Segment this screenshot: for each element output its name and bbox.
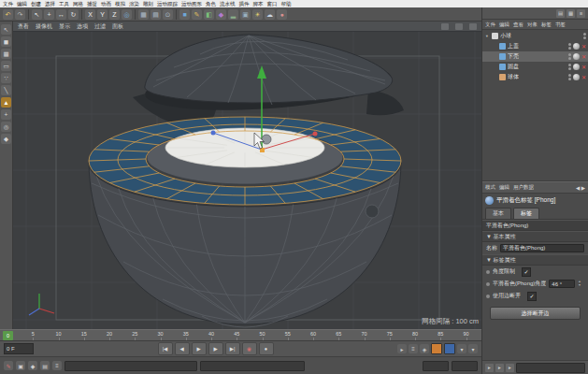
polygons-mode-icon[interactable]: ▲ bbox=[1, 97, 11, 108]
render-region-icon[interactable]: ▾ bbox=[468, 344, 478, 353]
anim-dot-icon[interactable] bbox=[486, 270, 490, 274]
play-button[interactable]: ▶ bbox=[192, 342, 207, 355]
menubar-item[interactable]: 模拟 bbox=[115, 1, 125, 7]
timeline-ruler[interactable]: 0 51015202530354045505560657075808590 bbox=[0, 329, 481, 341]
add-cube-icon[interactable]: ■ bbox=[179, 9, 190, 20]
status-field-left[interactable] bbox=[65, 361, 197, 371]
points-mode-icon[interactable]: ∵ bbox=[1, 73, 11, 83]
viewport-menu-item[interactable]: 查看 bbox=[18, 22, 29, 31]
menubar-item[interactable]: 插件 bbox=[239, 1, 250, 7]
object-tree-item[interactable]: 上盖✕ bbox=[482, 41, 588, 51]
timeline-tick[interactable]: 15 bbox=[81, 331, 87, 337]
rotate-tool-icon[interactable]: ↻ bbox=[68, 9, 79, 20]
menubar-item[interactable]: 流水线 bbox=[220, 1, 236, 7]
object-menu-item[interactable]: 标签 bbox=[541, 22, 552, 28]
undo-icon[interactable]: ↶ bbox=[3, 9, 13, 20]
editor-visibility-dot[interactable] bbox=[568, 53, 571, 56]
add-spline-icon[interactable]: ✎ bbox=[192, 9, 202, 20]
name-input[interactable]: 平滑着色(Phong) bbox=[500, 244, 584, 252]
object-menu-item[interactable]: 文件 bbox=[485, 22, 495, 28]
object-tree-item[interactable]: 圆盘✕ bbox=[482, 62, 588, 72]
timeline-tick[interactable]: 65 bbox=[336, 331, 341, 337]
scale-tool-icon[interactable]: ↔ bbox=[56, 9, 66, 20]
timeline-tick[interactable]: 40 bbox=[208, 331, 214, 337]
tag-properties-group[interactable]: ▼ 标签属性 bbox=[482, 254, 588, 266]
menubar-item[interactable]: 创建 bbox=[31, 1, 41, 7]
menubar-item[interactable]: 编辑 bbox=[17, 1, 27, 7]
render-view-icon[interactable]: ▦ bbox=[138, 9, 149, 20]
object-tree-item[interactable]: 球体✕ bbox=[482, 72, 588, 82]
viewport-solo-icon[interactable]: ◎ bbox=[1, 122, 11, 132]
panel-settings-icon[interactable]: ≡ bbox=[577, 9, 585, 18]
timeline-tick[interactable]: 70 bbox=[361, 331, 366, 337]
basic-properties-group[interactable]: ▼ 基本属性 bbox=[482, 231, 588, 242]
workplane-mode-icon[interactable]: ▭ bbox=[1, 61, 11, 71]
live-selection-icon[interactable]: ↖ bbox=[1, 24, 11, 35]
viewport-canvas[interactable]: 网格间隔 : 100 cm bbox=[13, 32, 481, 329]
z-axis-lock-icon[interactable]: Z bbox=[109, 9, 120, 20]
footer-field[interactable] bbox=[516, 363, 585, 373]
magnet-icon[interactable]: ◈ bbox=[420, 344, 429, 353]
viewport-menu-item[interactable]: 选项 bbox=[77, 22, 88, 31]
timeline-tick[interactable]: 55 bbox=[285, 331, 291, 337]
phong-tag-icon[interactable] bbox=[573, 53, 580, 60]
enable-axis-icon[interactable]: + bbox=[1, 109, 11, 120]
timeline-tick[interactable]: 45 bbox=[234, 331, 239, 337]
new-material-icon[interactable]: ✎ bbox=[4, 361, 13, 370]
visibility-dots[interactable] bbox=[568, 43, 571, 50]
menubar-item[interactable]: 脚本 bbox=[253, 1, 264, 7]
render-visibility-dot[interactable] bbox=[583, 36, 586, 39]
current-frame-field[interactable]: 0 F bbox=[4, 343, 34, 354]
menubar-item[interactable]: 渲染 bbox=[129, 1, 139, 7]
editor-visibility-dot[interactable] bbox=[568, 43, 571, 46]
timeline-tick[interactable]: 90 bbox=[463, 331, 468, 337]
angle-limit-checkbox[interactable]: ✓ bbox=[522, 267, 531, 277]
menubar-item[interactable]: 选择 bbox=[45, 1, 55, 7]
render-visibility-dot[interactable] bbox=[568, 67, 571, 70]
menubar-item[interactable]: 文件 bbox=[3, 1, 13, 7]
add-camera-icon[interactable]: ▣ bbox=[240, 9, 251, 20]
timeline-tick[interactable]: 35 bbox=[183, 331, 189, 337]
render-picture-viewer-icon[interactable]: ▤ bbox=[151, 9, 161, 20]
phong-angle-input[interactable]: 46 ° bbox=[549, 280, 575, 288]
timeline-playhead[interactable]: 0 bbox=[3, 331, 13, 340]
timeline-tick[interactable]: 25 bbox=[132, 331, 137, 337]
visibility-dots[interactable] bbox=[583, 33, 586, 39]
visibility-dots[interactable] bbox=[568, 64, 571, 70]
viewport-toggle-icon[interactable] bbox=[441, 23, 449, 30]
add-light-icon[interactable]: ☀ bbox=[252, 9, 263, 20]
attribute-menu-item[interactable]: 用户数据 bbox=[513, 184, 534, 191]
attr-tab-basic[interactable]: 基本 bbox=[485, 208, 511, 219]
add-floor-icon[interactable]: ▂ bbox=[228, 9, 238, 20]
edge-breaks-checkbox[interactable]: ✓ bbox=[527, 292, 537, 301]
prev-key-button[interactable]: ◀ bbox=[175, 342, 190, 355]
spinner-arrows-icon[interactable]: ▲▼ bbox=[578, 280, 581, 287]
menubar-item[interactable]: 捕捉 bbox=[87, 1, 97, 7]
expand-arrow-icon[interactable]: ▾ bbox=[484, 34, 490, 38]
render-settings-icon[interactable]: ⊙ bbox=[163, 9, 173, 20]
timeline-tick[interactable]: 50 bbox=[259, 331, 265, 337]
y-axis-lock-icon[interactable]: Y bbox=[97, 9, 108, 20]
visibility-dots[interactable] bbox=[568, 53, 571, 60]
attr-tab-tag[interactable]: 标签 bbox=[513, 208, 539, 219]
select-broken-edges-button[interactable]: 选择断开边 bbox=[490, 307, 581, 320]
status-field-center[interactable] bbox=[200, 361, 305, 371]
render-visibility-dot[interactable] bbox=[568, 47, 571, 50]
menubar-item[interactable]: 动画 bbox=[101, 1, 111, 7]
sphere-lid[interactable] bbox=[145, 35, 393, 103]
viewport-layout-icon[interactable] bbox=[455, 23, 463, 30]
solver-icon[interactable]: ▸ bbox=[397, 344, 407, 353]
object-menu-item[interactable]: 对象 bbox=[527, 22, 538, 28]
editor-visibility-dot[interactable] bbox=[568, 74, 571, 77]
render-visibility-dot[interactable] bbox=[568, 57, 571, 60]
editor-visibility-dot[interactable] bbox=[583, 33, 586, 36]
content-browser-icon[interactable]: ▦ bbox=[566, 9, 575, 18]
redo-icon[interactable]: ↷ bbox=[15, 9, 25, 20]
perspective-viewport[interactable]: 查看摄像机显示选项过滤面板 bbox=[13, 22, 481, 329]
attribute-menu-item[interactable]: 编辑 bbox=[499, 184, 509, 191]
edges-mode-icon[interactable]: ╲ bbox=[1, 85, 11, 95]
object-tree-item[interactable]: 下壳✕ bbox=[482, 51, 588, 62]
goto-start-button[interactable]: |◀ bbox=[158, 342, 173, 355]
layout-icon[interactable]: ▤ bbox=[556, 9, 565, 18]
object-menu-item[interactable]: 查看 bbox=[513, 22, 523, 28]
